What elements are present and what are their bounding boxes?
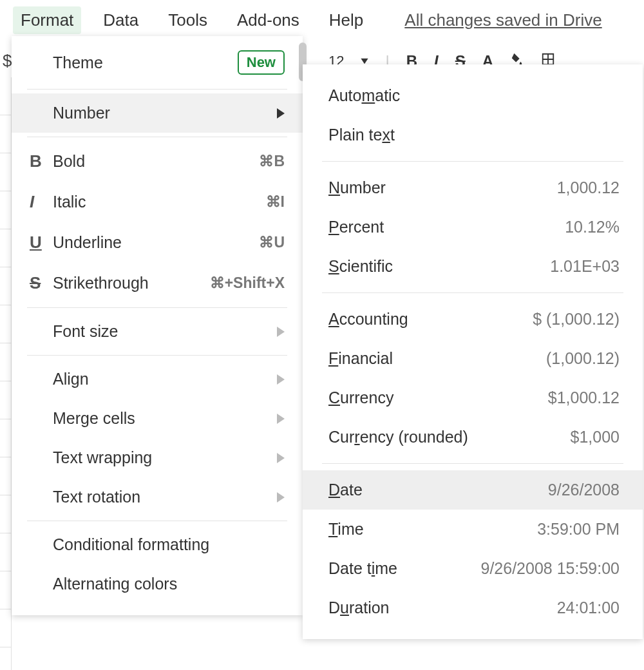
number-format-submenu: Automatic Plain text Number 1,000.12 Per… <box>303 64 643 639</box>
submenu-arrow-icon <box>277 414 285 424</box>
format-example: 9/26/2008 <box>548 481 620 499</box>
menu-item-shortcut: ⌘U <box>259 234 285 251</box>
menu-item-label: Date <box>328 481 363 499</box>
menu-item-alternating-colors[interactable]: Alternating colors <box>12 564 303 604</box>
menu-item-label: Plain text <box>328 126 395 144</box>
menu-item-label: Date time <box>328 559 397 578</box>
format-example: 24:01:00 <box>557 598 620 617</box>
menu-item-label: Bold <box>53 152 259 171</box>
submenu-arrow-icon <box>277 108 285 119</box>
menu-item-font-size[interactable]: Font size <box>12 312 303 351</box>
submenu-arrow-icon <box>277 492 285 503</box>
format-accounting[interactable]: Accounting $ (1,000.12) <box>303 300 643 339</box>
menu-item-label: Merge cells <box>53 409 277 428</box>
menu-separator <box>27 521 287 521</box>
menu-item-conditional-formatting[interactable]: Conditional formatting <box>12 525 303 564</box>
format-plain-text[interactable]: Plain text <box>303 115 643 155</box>
menu-item-shortcut: ⌘B <box>259 153 285 170</box>
menu-separator <box>322 292 623 293</box>
menu-format[interactable]: Format <box>13 6 81 34</box>
new-badge: New <box>238 50 285 75</box>
format-example: 1.01E+03 <box>550 257 620 276</box>
submenu-arrow-icon <box>277 374 285 385</box>
format-example: 1,000.12 <box>557 178 620 197</box>
submenu-arrow-icon <box>277 453 285 463</box>
menu-item-shortcut: ⌘+Shift+X <box>210 274 285 292</box>
format-currency-rounded[interactable]: Currency (rounded) $1,000 <box>303 417 643 457</box>
menu-item-bold[interactable]: B Bold ⌘B <box>12 141 303 182</box>
menu-item-label: Currency <box>328 388 393 407</box>
menu-item-label: Scientific <box>328 257 393 276</box>
menu-item-underline[interactable]: U Underline ⌘U <box>12 222 303 263</box>
menu-separator <box>27 307 287 308</box>
underline-icon: U <box>30 233 53 253</box>
menu-item-label: Currency (rounded) <box>328 428 468 446</box>
menu-item-strikethrough[interactable]: S Strikethrough ⌘+Shift+X <box>12 263 303 303</box>
italic-icon: I <box>30 192 53 212</box>
menu-item-align[interactable]: Align <box>12 359 303 399</box>
spreadsheet-row-headers <box>0 77 12 670</box>
menu-item-label: Theme <box>53 53 238 72</box>
bold-icon: B <box>30 151 53 171</box>
menu-item-label: Number <box>328 178 386 197</box>
menu-data[interactable]: Data <box>95 6 146 34</box>
format-duration[interactable]: Duration 24:01:00 <box>303 588 643 627</box>
menu-item-label: Number <box>53 104 277 122</box>
menu-separator <box>27 355 287 356</box>
menu-separator <box>322 463 623 464</box>
menu-item-number[interactable]: Number <box>12 93 303 133</box>
menubar: Format Data Tools Add-ons Help All chang… <box>0 6 602 34</box>
format-financial[interactable]: Financial (1,000.12) <box>303 339 643 378</box>
menu-addons[interactable]: Add-ons <box>229 6 307 34</box>
format-example: $ (1,000.12) <box>533 310 620 329</box>
format-date-time[interactable]: Date time 9/26/2008 15:59:00 <box>303 549 643 588</box>
submenu-arrow-icon <box>277 327 285 337</box>
format-example: $1,000 <box>571 428 620 446</box>
currency-icon[interactable]: $ <box>3 51 12 71</box>
format-date[interactable]: Date 9/26/2008 <box>303 470 643 510</box>
format-number[interactable]: Number 1,000.12 <box>303 168 643 207</box>
menu-item-shortcut: ⌘I <box>266 193 285 211</box>
menu-item-theme[interactable]: Theme New <box>12 40 303 85</box>
menu-separator <box>27 89 287 90</box>
menu-item-label: Percent <box>328 218 384 236</box>
menu-separator <box>27 137 287 137</box>
menu-help[interactable]: Help <box>321 6 371 34</box>
menu-item-text-wrapping[interactable]: Text wrapping <box>12 438 303 477</box>
save-status[interactable]: All changes saved in Drive <box>404 10 601 30</box>
menu-item-label: Italic <box>53 193 266 211</box>
menu-item-text-rotation[interactable]: Text rotation <box>12 477 303 517</box>
menu-tools[interactable]: Tools <box>160 6 215 34</box>
menu-item-merge-cells[interactable]: Merge cells <box>12 399 303 438</box>
menu-item-label: Duration <box>328 598 390 617</box>
strikethrough-icon: S <box>30 273 53 293</box>
format-time[interactable]: Time 3:59:00 PM <box>303 510 643 549</box>
format-example: 10.12% <box>565 218 620 236</box>
format-automatic[interactable]: Automatic <box>303 76 643 115</box>
menu-separator <box>322 161 623 162</box>
format-example: 3:59:00 PM <box>537 520 620 539</box>
format-percent[interactable]: Percent 10.12% <box>303 207 643 247</box>
menu-item-label: Alternating colors <box>53 575 285 593</box>
menu-item-label: Font size <box>53 322 277 341</box>
menu-item-label: Underline <box>53 233 259 252</box>
format-example: 9/26/2008 15:59:00 <box>481 559 620 578</box>
format-example: $1,000.12 <box>548 388 620 407</box>
menu-item-label: Text wrapping <box>53 448 277 467</box>
menu-item-label: Automatic <box>328 86 400 105</box>
format-example: (1,000.12) <box>546 349 620 368</box>
menu-item-label: Time <box>328 520 364 539</box>
format-menu-dropdown: Theme New Number B Bold ⌘B I Italic ⌘I U… <box>12 36 303 615</box>
menu-item-label: Strikethrough <box>53 274 210 292</box>
menu-item-italic[interactable]: I Italic ⌘I <box>12 182 303 222</box>
menu-item-label: Text rotation <box>53 488 277 506</box>
menu-item-label: Financial <box>328 349 393 368</box>
format-currency[interactable]: Currency $1,000.12 <box>303 378 643 417</box>
menu-item-label: Accounting <box>328 310 408 329</box>
menu-item-label: Conditional formatting <box>53 535 285 554</box>
menu-item-label: Align <box>53 370 277 388</box>
format-scientific[interactable]: Scientific 1.01E+03 <box>303 247 643 286</box>
